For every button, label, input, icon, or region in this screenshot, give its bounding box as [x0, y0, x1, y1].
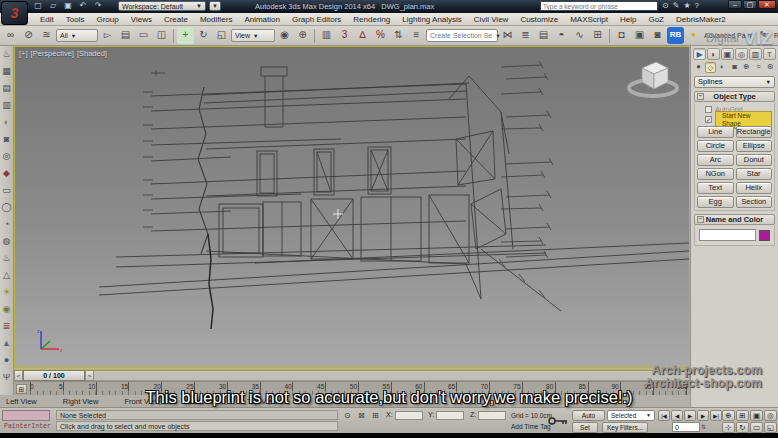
- sun-icon[interactable]: ☀: [0, 284, 13, 301]
- time-slider-handle[interactable]: 0 / 100: [23, 370, 85, 381]
- select-and-move-icon[interactable]: +: [177, 27, 194, 44]
- quick-access-overflow-button[interactable]: ▼: [209, 1, 221, 11]
- orbit-icon[interactable]: ↻: [736, 422, 749, 433]
- start-new-shape-checkbox[interactable]: ✓: [705, 116, 712, 123]
- object-type-button[interactable]: NGon: [697, 168, 734, 180]
- category-cameras[interactable]: ◙: [729, 62, 740, 73]
- previous-frame-button[interactable]: ◀: [671, 410, 683, 421]
- key-filters-button[interactable]: Key Filters...: [602, 422, 648, 433]
- calculator2-icon[interactable]: ▥: [0, 97, 13, 114]
- menu-item[interactable]: Help: [614, 15, 642, 24]
- view-tab[interactable]: Left View: [6, 397, 37, 406]
- viewport-shading-menu[interactable]: [Shaded]: [77, 49, 107, 58]
- object-type-button[interactable]: Donut: [736, 154, 773, 166]
- keyboard-override-icon[interactable]: ▥: [318, 27, 335, 44]
- sphere-plugin-icon[interactable]: ●: [685, 27, 702, 44]
- spinner-snap-icon[interactable]: ⇅: [390, 27, 407, 44]
- category-lights[interactable]: ◐: [717, 62, 728, 73]
- tab-motion[interactable]: ◎: [735, 48, 748, 60]
- time-slider-track[interactable]: [94, 370, 690, 381]
- signin-icon[interactable]: ✎: [673, 1, 680, 11]
- save-file-icon[interactable]: ▣: [62, 1, 74, 11]
- select-object-icon[interactable]: ▻: [99, 27, 116, 44]
- set-key-button[interactable]: Set Key: [572, 422, 598, 433]
- menu-item[interactable]: Edit: [34, 15, 60, 24]
- tab-modify[interactable]: ◗: [707, 48, 720, 60]
- gear-icon[interactable]: ◉: [0, 301, 13, 318]
- menu-item[interactable]: Customize: [514, 15, 564, 24]
- add-time-tag[interactable]: Add Time Tag: [511, 423, 551, 430]
- rb-plugin-button[interactable]: RB: [667, 27, 684, 44]
- object-type-button[interactable]: Arc: [697, 154, 734, 166]
- category-shapes[interactable]: ◇: [705, 62, 716, 73]
- ribbon-toggle-icon[interactable]: ◓: [553, 27, 570, 44]
- window-crossing-icon[interactable]: ◫: [153, 27, 170, 44]
- spotlight-icon[interactable]: ◎: [0, 148, 13, 165]
- projector-icon[interactable]: ◙: [0, 131, 13, 148]
- go-to-start-button[interactable]: |◀: [658, 410, 670, 421]
- favorites-icon[interactable]: ★: [683, 1, 690, 11]
- menu-item[interactable]: Rendering: [347, 15, 396, 24]
- category-spacewarps[interactable]: ≈: [753, 62, 764, 73]
- menu-item[interactable]: Graph Editors: [286, 15, 347, 24]
- tab-utilities[interactable]: T: [763, 48, 776, 60]
- pan-icon[interactable]: ⊹: [722, 422, 735, 433]
- go-to-end-button[interactable]: ▶|: [710, 410, 722, 421]
- mirror-icon[interactable]: ⋈: [499, 27, 516, 44]
- menu-item[interactable]: Civil View: [468, 15, 515, 24]
- menu-item[interactable]: GoZ: [642, 15, 670, 24]
- reference-coordinate-dropdown[interactable]: View▼: [231, 29, 275, 42]
- viewport-pov-menu[interactable]: [Perspective]: [31, 49, 74, 58]
- z-coordinate-field[interactable]: [478, 411, 506, 420]
- tab-display[interactable]: ▥: [749, 48, 762, 60]
- blob-icon[interactable]: ◯: [0, 199, 13, 216]
- object-color-swatch[interactable]: [759, 230, 770, 241]
- maxscript-mini-listener[interactable]: [2, 410, 50, 421]
- teapot2-icon[interactable]: ♨: [0, 250, 13, 267]
- close-button[interactable]: ✕: [758, 0, 776, 9]
- menu-item[interactable]: Views: [125, 15, 158, 24]
- help-icon[interactable]: ?: [695, 1, 699, 11]
- tab-create[interactable]: ▶: [693, 48, 706, 60]
- select-by-name-icon[interactable]: ▤: [117, 27, 134, 44]
- search-input[interactable]: [540, 1, 658, 11]
- monitor-icon[interactable]: ▦: [0, 63, 13, 80]
- object-type-button[interactable]: Egg: [697, 196, 734, 208]
- menu-item[interactable]: Group: [90, 15, 124, 24]
- rectangular-selection-icon[interactable]: ▭: [135, 27, 152, 44]
- undo-icon[interactable]: ↶: [77, 1, 89, 11]
- cone-icon[interactable]: △: [0, 267, 13, 284]
- object-type-rollout-header[interactable]: − Object Type: [694, 91, 775, 102]
- object-type-button[interactable]: Circle: [697, 140, 734, 152]
- object-type-button[interactable]: Rectangle: [736, 126, 773, 138]
- selection-filter-dropdown[interactable]: All▼: [56, 29, 98, 42]
- unlink-selection-icon[interactable]: ⊘: [20, 27, 37, 44]
- redo-icon[interactable]: ↷: [92, 1, 104, 11]
- current-frame-field[interactable]: 0: [672, 422, 700, 432]
- object-type-button[interactable]: Line: [697, 126, 734, 138]
- named-selection-sets-icon[interactable]: ≡: [408, 27, 425, 44]
- fov-icon[interactable]: ◎: [764, 410, 777, 421]
- viewport-canvas[interactable]: [+] [Perspective] [Shaded] z x: [14, 46, 690, 368]
- stack-icon[interactable]: ≣: [0, 318, 13, 335]
- category-systems[interactable]: ⊛: [765, 62, 776, 73]
- select-and-manipulate-icon[interactable]: ⊕: [294, 27, 311, 44]
- object-type-button[interactable]: Star: [736, 168, 773, 180]
- select-and-scale-icon[interactable]: ◱: [213, 27, 230, 44]
- rounded-rect-icon[interactable]: ▭: [0, 182, 13, 199]
- new-file-icon[interactable]: ▢: [32, 1, 44, 11]
- next-frame-arrow[interactable]: >: [85, 370, 94, 381]
- align-icon[interactable]: ≣: [517, 27, 534, 44]
- angle-snap-icon[interactable]: ∆: [354, 27, 371, 44]
- snap-toggle-3d-icon[interactable]: 3: [336, 27, 353, 44]
- category-geometry[interactable]: ●: [693, 62, 704, 73]
- select-and-rotate-icon[interactable]: ↻: [195, 27, 212, 44]
- isolate-selection-icon[interactable]: ⊙: [344, 411, 351, 420]
- render-production-icon[interactable]: ◙: [649, 27, 666, 44]
- object-type-button[interactable]: Section: [736, 196, 773, 208]
- menu-item[interactable]: Animation: [238, 15, 286, 24]
- menu-item[interactable]: Lighting Analysis: [396, 15, 468, 24]
- sphere-icon[interactable]: ●: [0, 352, 13, 369]
- name-color-rollout-header[interactable]: − Name and Color: [694, 214, 775, 225]
- disc-icon[interactable]: ◍: [0, 233, 13, 250]
